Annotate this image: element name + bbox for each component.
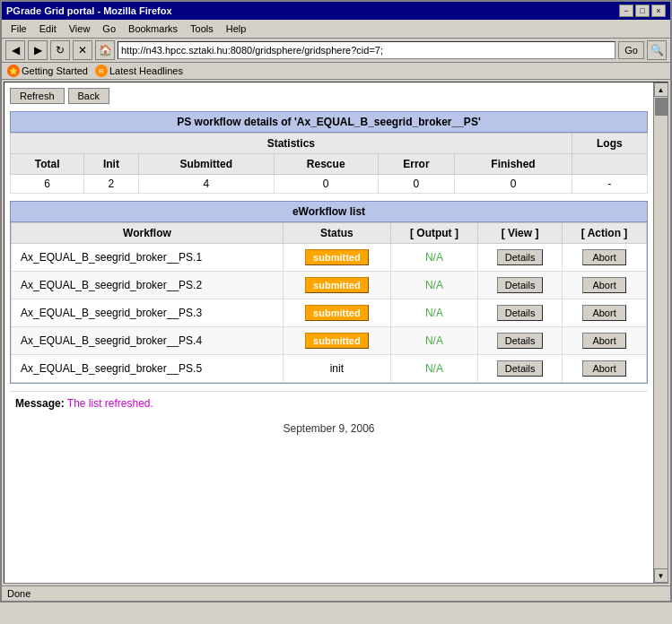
stat-val-total: 6 [11, 175, 84, 194]
message-area: Message: The list refreshed. [10, 391, 648, 415]
bookmark-getting-started[interactable]: ⭐ Getting Started [7, 65, 88, 77]
stat-val-error: 0 [378, 175, 455, 194]
footer: September 9, 2006 [10, 415, 648, 442]
page-buttons: Refresh Back [10, 88, 648, 104]
status-cell: submitted [283, 244, 390, 272]
action-cell: Abort [563, 299, 647, 327]
logs-header: Logs [572, 134, 647, 154]
bookmarks-bar: ⭐ Getting Started R Latest Headlines [2, 63, 670, 80]
logs-value-header [572, 154, 647, 175]
status-badge: submitted [305, 277, 369, 293]
toolbar: ◀ ▶ ↻ ✕ 🏠 Go 🔍 [2, 39, 670, 63]
stat-col-submitted: Submitted [138, 154, 274, 175]
main-area: Refresh Back PS workflow details of 'Ax_… [4, 82, 668, 584]
menu-edit[interactable]: Edit [34, 22, 62, 36]
reload-button[interactable]: ↻ [50, 40, 70, 60]
action-cell: Abort [563, 355, 647, 383]
stat-col-init: Init [84, 154, 138, 175]
table-row: Ax_EQUAL_B_seegrid_broker__PS.1 submitte… [12, 244, 647, 272]
action-cell: Abort [563, 327, 647, 355]
address-bar: Go [118, 41, 644, 59]
back-page-button[interactable]: Back [68, 88, 109, 104]
stat-val-submitted: 4 [138, 175, 274, 194]
workflow-name: Ax_EQUAL_B_seegrid_broker__PS.4 [12, 327, 284, 355]
logs-value: - [572, 175, 647, 194]
menu-bookmarks[interactable]: Bookmarks [123, 22, 183, 36]
table-row: Ax_EQUAL_B_seegrid_broker__PS.3 submitte… [12, 299, 647, 327]
col-status: Status [283, 223, 390, 244]
table-row: Ax_EQUAL_B_seegrid_broker__PS.4 submitte… [12, 327, 647, 355]
minimize-button[interactable]: − [619, 4, 633, 17]
refresh-button[interactable]: Refresh [10, 88, 65, 104]
action-cell: Abort [563, 272, 647, 299]
address-input[interactable] [118, 41, 615, 59]
eworkflow-header: eWorkflow list [11, 202, 647, 222]
view-cell: Details [478, 355, 563, 383]
status-badge: submitted [305, 249, 369, 265]
details-button[interactable]: Details [497, 333, 544, 349]
status-cell: init [283, 355, 390, 383]
scroll-track[interactable] [654, 97, 668, 568]
close-button[interactable]: × [651, 4, 666, 17]
menu-go[interactable]: Go [97, 22, 121, 36]
status-bar: Done [2, 585, 670, 601]
search-button[interactable]: 🔍 [647, 40, 667, 60]
view-cell: Details [478, 327, 563, 355]
details-button[interactable]: Details [497, 277, 544, 293]
forward-button[interactable]: ▶ [28, 40, 48, 60]
status-badge: init [330, 362, 344, 375]
scroll-up-button[interactable]: ▲ [654, 82, 668, 97]
stats-section-header: Statistics [11, 134, 572, 154]
eworkflow-section: eWorkflow list Workflow Status [ Output … [10, 201, 648, 384]
stat-col-error: Error [378, 154, 455, 175]
bookmark-label-1: Getting Started [22, 65, 88, 76]
stat-col-finished: Finished [455, 154, 572, 175]
action-cell: Abort [563, 244, 647, 272]
status-cell: submitted [283, 272, 390, 299]
eworkflow-table: Workflow Status [ Output ] [ View ] [ Ac… [11, 222, 647, 383]
abort-button[interactable]: Abort [582, 305, 625, 321]
abort-button[interactable]: Abort [582, 249, 625, 265]
go-button[interactable]: Go [618, 41, 644, 59]
workflow-name: Ax_EQUAL_B_seegrid_broker__PS.1 [12, 244, 284, 272]
output-cell: N/A [390, 299, 477, 327]
bookmark-latest-headlines[interactable]: R Latest Headlines [95, 65, 183, 77]
abort-button[interactable]: Abort [582, 333, 625, 349]
menu-file[interactable]: File [5, 22, 32, 36]
stat-col-rescue: Rescue [274, 154, 378, 175]
bookmark-icon-1: ⭐ [7, 65, 20, 77]
abort-button[interactable]: Abort [582, 360, 625, 377]
workflow-title: PS workflow details of 'Ax_EQUAL_B_seegr… [10, 111, 648, 133]
scroll-thumb[interactable] [655, 98, 668, 116]
maximize-button[interactable]: □ [635, 4, 650, 17]
workflow-name: Ax_EQUAL_B_seegrid_broker__PS.3 [12, 299, 284, 327]
message-label: Message: [15, 397, 65, 410]
col-output: [ Output ] [390, 223, 477, 244]
home-button[interactable]: 🏠 [95, 40, 115, 60]
details-button[interactable]: Details [497, 249, 544, 265]
output-cell: N/A [390, 327, 477, 355]
col-action: [ Action ] [563, 223, 647, 244]
scroll-down-button[interactable]: ▼ [654, 568, 668, 583]
details-button[interactable]: Details [497, 360, 544, 377]
status-badge: submitted [305, 333, 369, 349]
status-text: Done [7, 588, 31, 599]
workflow-name: Ax_EQUAL_B_seegrid_broker__PS.2 [12, 272, 284, 299]
menu-view[interactable]: View [64, 22, 96, 36]
stat-val-init: 2 [84, 175, 138, 194]
rss-icon: R [95, 65, 108, 77]
scrollbar[interactable]: ▲ ▼ [653, 82, 668, 583]
page-content: Refresh Back PS workflow details of 'Ax_… [4, 82, 653, 583]
back-button[interactable]: ◀ [5, 40, 25, 60]
output-cell: N/A [390, 355, 477, 383]
stat-val-rescue: 0 [274, 175, 378, 194]
stat-col-total: Total [11, 154, 84, 175]
abort-button[interactable]: Abort [582, 277, 625, 293]
menu-tools[interactable]: Tools [185, 22, 219, 36]
output-cell: N/A [390, 272, 477, 299]
details-button[interactable]: Details [497, 305, 544, 321]
title-bar: PGrade Grid portal - Mozilla Firefox − □… [2, 2, 670, 20]
stop-button[interactable]: ✕ [73, 40, 92, 60]
status-badge: submitted [305, 305, 369, 321]
menu-help[interactable]: Help [221, 22, 252, 36]
